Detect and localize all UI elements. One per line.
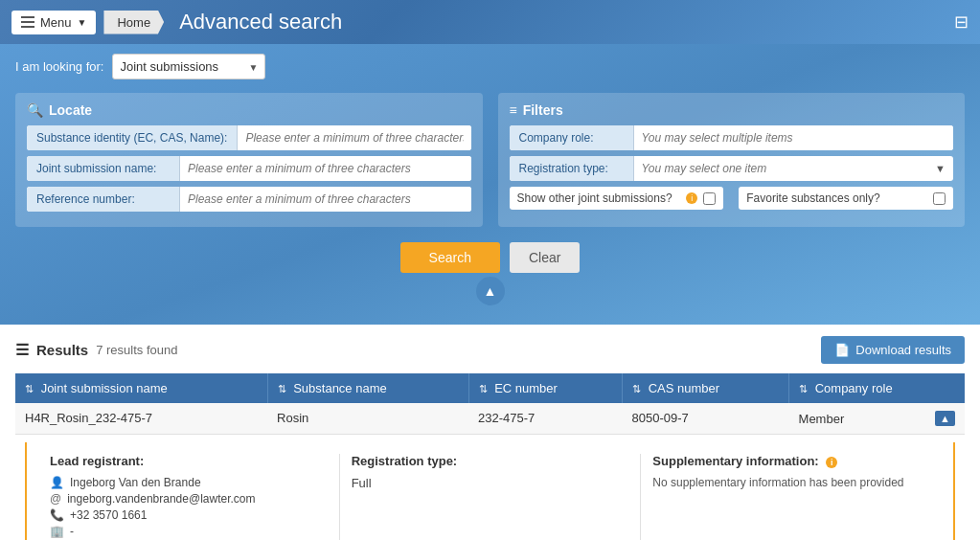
supplementary-title: Supplementary information: i (652, 454, 930, 468)
looking-for-bar: I am looking for: Joint submissions Subs… (15, 54, 965, 79)
expanded-cell: Lead registrant: 👤 Ingeborg Van den Bran… (15, 435, 965, 541)
col-company-role[interactable]: ⇅ Company role (789, 373, 965, 403)
person-icon: 👤 (50, 476, 64, 489)
looking-for-label: I am looking for: (15, 59, 104, 74)
col-company-role-label: Company role (815, 381, 893, 395)
filters-icon: ≡ (510, 102, 517, 118)
company-role-label: Company role: (510, 125, 634, 150)
email-icon: @ (50, 492, 61, 506)
company-role-row: Company role: (510, 125, 954, 150)
contact-address1: - (70, 525, 74, 538)
filters-title: Filters (523, 102, 563, 118)
substance-row: Substance identity (EC, CAS, Name): (27, 125, 471, 150)
header: Menu ▼ Home Advanced search ⊟ (0, 0, 980, 44)
show-other-info-icon: i (686, 192, 697, 204)
joint-submission-input[interactable] (180, 156, 471, 181)
filters-section: ≡ Filters Company role: Registration typ… (498, 93, 966, 227)
download-button[interactable]: 📄 Download results (821, 336, 965, 364)
lead-registrant-title: Lead registrant: (50, 454, 328, 468)
col-substance-label: Substance name (293, 381, 387, 395)
expanded-content: Lead registrant: 👤 Ingeborg Van den Bran… (25, 442, 955, 540)
results-label: Results (36, 342, 88, 358)
favorite-only-item: Favorite substances only? (739, 187, 953, 210)
table-body: H4R_Rosin_232-475-7 Rosin 232-475-7 8050… (15, 403, 965, 540)
page-title: Advanced search (179, 10, 342, 34)
reference-input[interactable] (180, 187, 471, 212)
registration-type-chevron-icon[interactable]: ▼ (927, 157, 953, 180)
results-table: ⇅ Joint submission name ⇅ Substance name… (15, 373, 965, 540)
looking-for-select[interactable]: Joint submissions Substances Registratio… (112, 54, 265, 79)
favorite-only-checkbox[interactable] (933, 192, 946, 205)
substance-input[interactable] (238, 125, 470, 150)
contact-name-line: 👤 Ingeborg Van den Brande (50, 476, 328, 489)
favorite-only-label: Favorite substances only? (746, 191, 927, 205)
filters-header: ≡ Filters (510, 102, 954, 118)
registration-type-value: Full (352, 476, 629, 490)
cell-substance-name: Rosin (267, 403, 468, 435)
show-other-checkbox[interactable] (703, 192, 716, 205)
results-list-icon: ☰ (15, 341, 29, 359)
collapse-button[interactable]: ▲ (476, 277, 505, 305)
col-joint-submission[interactable]: ⇅ Joint submission name (15, 373, 267, 403)
col-ec-number[interactable]: ⇅ EC number (468, 373, 623, 403)
search-area: I am looking for: Joint submissions Subs… (0, 44, 980, 325)
menu-button[interactable]: Menu ▼ (11, 11, 96, 34)
joint-submission-label: Joint submission name: (27, 156, 180, 181)
col-ec-label: EC number (494, 381, 558, 395)
collapse-bar: ▲ (15, 277, 965, 305)
results-count: 7 results found (96, 343, 177, 357)
cell-joint-submission: H4R_Rosin_232-475-7 (15, 403, 267, 435)
table-header: ⇅ Joint submission name ⇅ Substance name… (15, 373, 965, 403)
cell-company-role: Member ▲ (789, 403, 965, 434)
menu-label: Menu (40, 15, 72, 30)
locate-section: 🔍 Locate Substance identity (EC, CAS, Na… (15, 93, 483, 227)
cell-cas-number: 8050-09-7 (623, 403, 789, 435)
col-joint-submission-label: Joint submission name (41, 381, 168, 395)
contact-phone: +32 3570 1661 (70, 508, 147, 522)
results-header: ☰ Results 7 results found 📄 Download res… (15, 336, 965, 364)
collapse-row-button[interactable]: ▲ (935, 411, 955, 426)
sort-icon-3: ⇅ (479, 383, 488, 394)
col-cas-number[interactable]: ⇅ CAS number (623, 373, 789, 403)
registration-type-input[interactable] (634, 156, 928, 181)
button-row: Search Clear (15, 242, 965, 273)
looking-for-wrapper: Joint submissions Substances Registratio… (112, 54, 265, 79)
checkbox-row: Show other joint submissions? i Favorite… (510, 187, 954, 210)
sort-icon-5: ⇅ (799, 383, 808, 394)
phone-icon: 📞 (50, 508, 64, 522)
supplementary-col: Supplementary information: i No suppleme… (641, 454, 942, 540)
supplementary-value: No supplementary information has been pr… (652, 476, 930, 489)
layout-icon[interactable]: ⊟ (954, 11, 969, 33)
contact-address-line1: 🏢 - (50, 525, 328, 538)
results-title-group: ☰ Results 7 results found (15, 341, 177, 359)
locate-icon: 🔍 (27, 102, 43, 118)
registration-type-col: Registration type: Full (340, 454, 642, 540)
expanded-detail-row: Lead registrant: 👤 Ingeborg Van den Bran… (15, 435, 965, 541)
building-icon: 🏢 (50, 525, 64, 538)
locate-title: Locate (49, 102, 92, 118)
show-other-item: Show other joint submissions? i (510, 187, 724, 210)
registration-type-row: Registration type: ▼ (510, 156, 954, 181)
download-icon: 📄 (834, 343, 850, 357)
table-row[interactable]: H4R_Rosin_232-475-7 Rosin 232-475-7 8050… (15, 403, 965, 435)
reference-label: Reference number: (27, 187, 180, 212)
home-button[interactable]: Home (103, 11, 164, 34)
locate-header: 🔍 Locate (27, 102, 471, 118)
menu-chevron-icon: ▼ (78, 17, 87, 28)
search-button[interactable]: Search (400, 242, 500, 273)
contact-name: Ingeborg Van den Brande (70, 476, 201, 489)
sort-icon-2: ⇅ (278, 383, 286, 394)
lead-registrant-col: Lead registrant: 👤 Ingeborg Van den Bran… (38, 454, 340, 540)
registration-type-label: Registration type: (510, 156, 634, 181)
supplementary-info-icon: i (826, 457, 837, 468)
show-other-label: Show other joint submissions? (517, 191, 681, 205)
cell-ec-number: 232-475-7 (468, 403, 623, 435)
results-area: ☰ Results 7 results found 📄 Download res… (0, 325, 980, 540)
hamburger-icon (21, 16, 34, 28)
clear-button[interactable]: Clear (510, 242, 580, 273)
company-role-input[interactable] (634, 125, 954, 150)
expand-columns: Lead registrant: 👤 Ingeborg Van den Bran… (38, 454, 942, 540)
col-cas-label: CAS number (649, 381, 719, 395)
registration-type-col-title: Registration type: (352, 454, 629, 468)
col-substance-name[interactable]: ⇅ Substance name (267, 373, 468, 403)
